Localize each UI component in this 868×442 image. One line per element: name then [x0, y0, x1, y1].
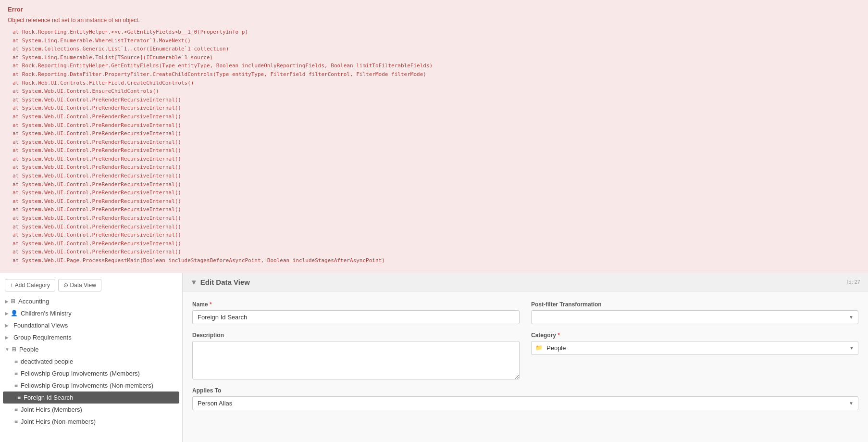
tree-item-label: Foreign Id Search [24, 394, 73, 401]
error-stack: at Rock.Reporting.EntityHelper.<>c.<GetE… [8, 28, 860, 265]
add-category-button[interactable]: + Add Category [5, 279, 55, 291]
applies-to-label: Applies To [192, 387, 858, 394]
tree-item-label: Children's Ministry [21, 310, 72, 317]
description-group: Description [192, 332, 520, 379]
error-title: Error [8, 5, 860, 15]
tree-item-label: Fellowship Group Involvements (Members) [21, 370, 140, 377]
category-select-wrapper: 📁 People ▼ [531, 341, 858, 355]
sidebar-item-foundational-views[interactable]: ▶Foundational Views [0, 319, 182, 331]
sidebar: + Add Category ⊙ Data View ▶⊞Accounting▶… [0, 273, 183, 442]
stack-line: at System.Web.UI.Page.ProcessRequestMain… [12, 256, 860, 265]
post-filter-group: Post-filter Transformation DistinctTop 1 [531, 301, 858, 324]
name-input[interactable] [192, 310, 520, 324]
panel-body: Name * Post-filter Transformation Distin… [183, 291, 868, 420]
tree-item-label: deactivated people [21, 358, 73, 365]
stack-line: at System.Web.UI.Control.PreRenderRecurs… [12, 163, 860, 172]
name-required: * [210, 301, 212, 308]
stack-line: at System.Web.UI.Control.PreRenderRecurs… [12, 146, 860, 155]
filter-icon: ▼ [190, 278, 198, 286]
stack-line: at System.Web.UI.Control.PreRenderRecurs… [12, 214, 860, 223]
tree-item-icon: ≡ [14, 382, 18, 389]
stack-line: at System.Linq.Enumerable.WhereListItera… [12, 37, 860, 45]
error-section: Error Object reference not set to an ins… [0, 0, 868, 273]
category-required: * [558, 332, 560, 339]
tree-arrow-icon: ▶ [5, 299, 9, 304]
panel-title-text: Edit Data View [200, 278, 250, 286]
panel-id: Id: 27 [847, 279, 860, 285]
tree-item-label: Joint Heirs (Non-members) [21, 418, 96, 425]
tree-item-icon: ≡ [17, 394, 21, 401]
stack-line: at System.Web.UI.Control.PreRenderRecurs… [12, 155, 860, 164]
stack-line: at System.Web.UI.Control.PreRenderRecurs… [12, 205, 860, 214]
tree-item-icon: ⊞ [12, 346, 16, 353]
stack-line: at System.Web.UI.Control.PreRenderRecurs… [12, 231, 860, 240]
applies-to-group: Applies To Person AliasPersonGroupGroupM… [192, 387, 858, 410]
sidebar-tree: ▶⊞Accounting▶👤Children's Ministry▶Founda… [0, 295, 182, 432]
category-label: Category * [531, 332, 858, 339]
stack-line: at System.Web.UI.Control.PreRenderRecurs… [12, 172, 860, 180]
post-filter-select-wrapper: DistinctTop 1 [531, 310, 858, 324]
sidebar-item-fellowship-members[interactable]: ≡Fellowship Group Involvements (Members) [0, 367, 182, 379]
stack-line: at System.Web.UI.Control.PreRenderRecurs… [12, 138, 860, 147]
tree-item-icon: 👤 [11, 310, 18, 316]
tree-item-label: Foundational Views [13, 322, 68, 329]
tree-arrow-icon: ▶ [5, 311, 9, 316]
stack-line: at Rock.Reporting.EntityHelper.GetEntity… [12, 62, 860, 70]
sidebar-item-joint-heirs-members[interactable]: ≡Joint Heirs (Members) [0, 404, 182, 416]
category-arrow-icon: ▼ [849, 345, 854, 351]
panel-header: ▼ Edit Data View Id: 27 [183, 273, 868, 291]
tree-item-label: People [19, 346, 38, 353]
stack-line: at System.Web.UI.Control.PreRenderRecurs… [12, 197, 860, 206]
edit-panel: ▼ Edit Data View Id: 27 Name * Post-filt… [183, 273, 868, 442]
category-group: Category * 📁 People ▼ [531, 332, 858, 379]
post-filter-select[interactable]: DistinctTop 1 [531, 310, 858, 324]
applies-to-select[interactable]: Person AliasPersonGroupGroupMember [192, 396, 858, 410]
stack-line: at Rock.Web.UI.Controls.FilterField.Crea… [12, 79, 860, 88]
stack-line: at System.Collections.Generic.List`1..ct… [12, 45, 860, 53]
stack-line: at System.Web.UI.Control.PreRenderRecurs… [12, 240, 860, 248]
data-view-button[interactable]: ⊙ Data View [58, 279, 101, 291]
name-label: Name * [192, 301, 520, 308]
description-textarea[interactable] [192, 341, 520, 379]
category-select[interactable]: People [545, 341, 849, 354]
stack-line: at System.Web.UI.Control.PreRenderRecurs… [12, 248, 860, 256]
sidebar-item-people[interactable]: ▼⊞People [0, 343, 182, 355]
tree-item-icon: ⊞ [11, 298, 15, 304]
stack-line: at System.Web.UI.Control.PreRenderRecurs… [12, 129, 860, 138]
stack-line: at System.Web.UI.Control.EnsureChildCont… [12, 87, 860, 96]
stack-line: at System.Web.UI.Control.PreRenderRecurs… [12, 189, 860, 197]
stack-line: at System.Web.UI.Control.PreRenderRecurs… [12, 223, 860, 231]
stack-line: at System.Web.UI.Control.PreRenderRecurs… [12, 104, 860, 113]
tree-item-icon: ≡ [14, 358, 18, 365]
category-folder-icon: 📁 [535, 344, 543, 351]
tree-item-label: Group Requirements [13, 334, 72, 341]
stack-line: at System.Web.UI.Control.PreRenderRecurs… [12, 180, 860, 189]
description-label: Description [192, 332, 520, 339]
stack-line: at System.Web.UI.Control.PreRenderRecurs… [12, 121, 860, 130]
tree-item-label: Accounting [18, 298, 49, 305]
stack-line: at System.Web.UI.Control.PreRenderRecurs… [12, 96, 860, 104]
sidebar-item-accounting[interactable]: ▶⊞Accounting [0, 295, 182, 307]
stack-line: at Rock.Reporting.EntityHelper.<>c.<GetE… [12, 28, 860, 37]
stack-line: at System.Linq.Enumerable.ToList[TSource… [12, 53, 860, 62]
panel-title: ▼ Edit Data View [190, 278, 250, 286]
tree-arrow-icon: ▶ [5, 323, 9, 328]
sidebar-item-joint-heirs-nonmembers[interactable]: ≡Joint Heirs (Non-members) [0, 416, 182, 428]
name-group: Name * [192, 301, 520, 324]
sidebar-item-group-requirements[interactable]: ▶Group Requirements [0, 331, 182, 343]
tree-item-icon: ≡ [14, 418, 18, 425]
tree-item-icon: ≡ [14, 406, 18, 413]
post-filter-label: Post-filter Transformation [531, 301, 858, 308]
tree-item-label: Joint Heirs (Members) [21, 406, 82, 413]
stack-line: at Rock.Reporting.DataFilter.PropertyFil… [12, 70, 860, 79]
sidebar-item-foreign-id-search[interactable]: ≡Foreign Id Search [3, 391, 179, 404]
sidebar-item-childrens-ministry[interactable]: ▶👤Children's Ministry [0, 307, 182, 319]
stack-line: at System.Web.UI.Control.PreRenderRecurs… [12, 113, 860, 121]
sidebar-item-deactivated-people[interactable]: ≡deactivated people [0, 355, 182, 367]
applies-to-select-wrapper: Person AliasPersonGroupGroupMember [192, 396, 858, 410]
main-layout: + Add Category ⊙ Data View ▶⊞Accounting▶… [0, 273, 868, 442]
tree-arrow-icon: ▼ [5, 347, 10, 352]
sidebar-toolbar: + Add Category ⊙ Data View [0, 275, 182, 295]
error-message: Object reference not set to an instance … [8, 16, 860, 25]
sidebar-item-fellowship-nonmembers[interactable]: ≡Fellowship Group Involvements (Non-memb… [0, 379, 182, 391]
